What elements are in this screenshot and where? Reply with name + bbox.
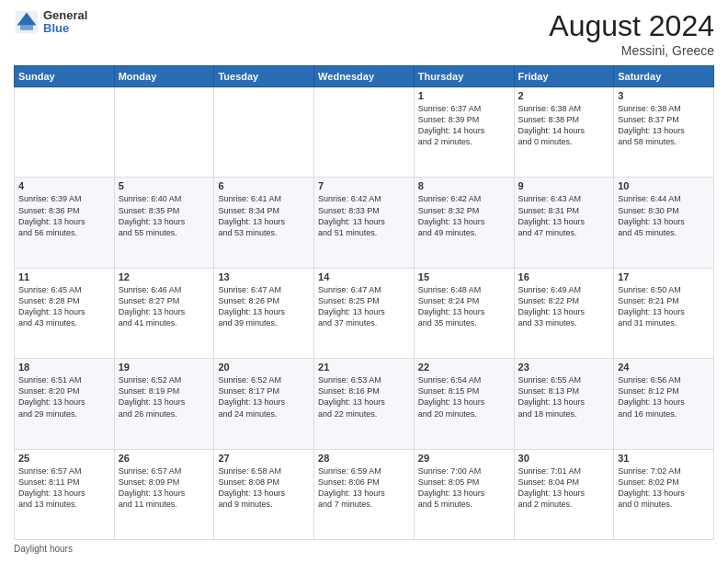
calendar-cell: 3Sunrise: 6:38 AMSunset: 8:37 PMDaylight… [614,87,714,178]
logo-text: General Blue [43,9,87,36]
col-friday: Friday [514,66,614,87]
day-number: 22 [418,362,510,373]
calendar-cell: 30Sunrise: 7:01 AMSunset: 8:04 PMDayligh… [514,449,614,539]
calendar-cell: 5Sunrise: 6:40 AMSunset: 8:35 PMDaylight… [114,178,214,268]
day-number: 19 [119,362,210,373]
day-number: 24 [618,362,710,373]
day-info: Sunrise: 6:58 AMSunset: 8:08 PMDaylight:… [218,465,310,511]
day-number: 11 [18,271,110,282]
day-info: Sunrise: 7:02 AMSunset: 8:02 PMDaylight:… [618,465,710,511]
month-title: August 2024 [549,9,714,43]
day-number: 27 [218,453,310,464]
day-number: 4 [18,180,110,191]
calendar-week-row: 25Sunrise: 6:57 AMSunset: 8:11 PMDayligh… [15,449,714,539]
calendar-cell: 10Sunrise: 6:44 AMSunset: 8:30 PMDayligh… [614,178,714,268]
calendar-cell: 4Sunrise: 6:39 AMSunset: 8:36 PMDaylight… [15,178,115,268]
day-info: Sunrise: 6:44 AMSunset: 8:30 PMDaylight:… [618,193,710,238]
calendar-cell [214,87,314,178]
calendar-cell: 16Sunrise: 6:49 AMSunset: 8:22 PMDayligh… [514,268,614,358]
day-info: Sunrise: 7:00 AMSunset: 8:05 PMDaylight:… [418,465,510,511]
calendar-cell: 29Sunrise: 7:00 AMSunset: 8:05 PMDayligh… [414,449,514,539]
calendar-cell [114,87,214,178]
calendar-cell: 7Sunrise: 6:42 AMSunset: 8:33 PMDaylight… [314,178,415,268]
calendar-cell [15,87,115,178]
calendar-week-row: 18Sunrise: 6:51 AMSunset: 8:20 PMDayligh… [15,359,714,449]
day-info: Sunrise: 6:42 AMSunset: 8:32 PMDaylight:… [418,193,510,238]
day-info: Sunrise: 6:37 AMSunset: 8:39 PMDaylight:… [418,103,510,148]
day-number: 30 [518,453,610,464]
calendar-cell: 21Sunrise: 6:53 AMSunset: 8:16 PMDayligh… [314,359,415,449]
calendar-header-row: Sunday Monday Tuesday Wednesday Thursday… [15,66,714,87]
day-info: Sunrise: 6:57 AMSunset: 8:09 PMDaylight:… [119,465,210,511]
day-number: 14 [318,271,410,282]
footer-note: Daylight hours [14,544,714,554]
day-info: Sunrise: 6:38 AMSunset: 8:38 PMDaylight:… [518,103,610,148]
day-info: Sunrise: 6:39 AMSunset: 8:36 PMDaylight:… [18,193,110,238]
calendar-cell: 31Sunrise: 7:02 AMSunset: 8:02 PMDayligh… [614,449,714,539]
day-number: 18 [18,362,110,373]
location-subtitle: Messini, Greece [549,43,714,58]
day-info: Sunrise: 6:59 AMSunset: 8:06 PMDaylight:… [318,465,410,511]
col-sunday: Sunday [15,66,115,87]
day-info: Sunrise: 6:48 AMSunset: 8:24 PMDaylight:… [418,284,510,329]
day-info: Sunrise: 6:42 AMSunset: 8:33 PMDaylight:… [318,193,410,238]
day-info: Sunrise: 6:52 AMSunset: 8:19 PMDaylight:… [119,374,210,419]
day-info: Sunrise: 6:57 AMSunset: 8:11 PMDaylight:… [18,465,110,511]
day-number: 26 [119,453,210,464]
calendar-cell: 8Sunrise: 6:42 AMSunset: 8:32 PMDaylight… [414,178,514,268]
day-number: 23 [518,362,610,373]
calendar-cell: 19Sunrise: 6:52 AMSunset: 8:19 PMDayligh… [114,359,214,449]
calendar-cell: 27Sunrise: 6:58 AMSunset: 8:08 PMDayligh… [214,449,314,539]
day-number: 16 [518,271,610,282]
day-info: Sunrise: 6:45 AMSunset: 8:28 PMDaylight:… [18,284,110,329]
day-number: 8 [418,180,510,191]
day-info: Sunrise: 6:47 AMSunset: 8:25 PMDaylight:… [318,284,410,329]
day-number: 21 [318,362,410,373]
day-info: Sunrise: 6:52 AMSunset: 8:17 PMDaylight:… [218,374,310,419]
calendar-cell: 20Sunrise: 6:52 AMSunset: 8:17 PMDayligh… [214,359,314,449]
day-number: 12 [119,271,210,282]
day-info: Sunrise: 6:55 AMSunset: 8:13 PMDaylight:… [518,374,610,419]
calendar-cell [314,87,415,178]
day-number: 10 [618,180,710,191]
col-tuesday: Tuesday [214,66,314,87]
day-number: 25 [18,453,110,464]
calendar-week-row: 11Sunrise: 6:45 AMSunset: 8:28 PMDayligh… [15,268,714,358]
day-number: 20 [218,362,310,373]
day-number: 6 [218,180,310,191]
day-info: Sunrise: 6:38 AMSunset: 8:37 PMDaylight:… [618,103,710,148]
calendar-cell: 18Sunrise: 6:51 AMSunset: 8:20 PMDayligh… [15,359,115,449]
calendar-cell: 17Sunrise: 6:50 AMSunset: 8:21 PMDayligh… [614,268,714,358]
day-info: Sunrise: 6:47 AMSunset: 8:26 PMDaylight:… [218,284,310,329]
day-number: 1 [418,90,510,101]
day-info: Sunrise: 6:40 AMSunset: 8:35 PMDaylight:… [119,193,210,238]
day-info: Sunrise: 6:56 AMSunset: 8:12 PMDaylight:… [618,374,710,419]
calendar-cell: 1Sunrise: 6:37 AMSunset: 8:39 PMDaylight… [414,87,514,178]
day-info: Sunrise: 6:54 AMSunset: 8:15 PMDaylight:… [418,374,510,419]
svg-rect-2 [20,26,33,30]
calendar-week-row: 4Sunrise: 6:39 AMSunset: 8:36 PMDaylight… [15,178,714,268]
calendar-cell: 23Sunrise: 6:55 AMSunset: 8:13 PMDayligh… [514,359,614,449]
day-number: 15 [418,271,510,282]
day-number: 3 [618,90,710,101]
day-number: 29 [418,453,510,464]
logo-blue: Blue [43,22,87,35]
day-number: 28 [318,453,410,464]
calendar-cell: 24Sunrise: 6:56 AMSunset: 8:12 PMDayligh… [614,359,714,449]
day-number: 9 [518,180,610,191]
col-wednesday: Wednesday [314,66,415,87]
day-number: 31 [618,453,710,464]
col-thursday: Thursday [414,66,514,87]
calendar-cell: 25Sunrise: 6:57 AMSunset: 8:11 PMDayligh… [15,449,115,539]
calendar-cell: 2Sunrise: 6:38 AMSunset: 8:38 PMDaylight… [514,87,614,178]
day-info: Sunrise: 6:41 AMSunset: 8:34 PMDaylight:… [218,193,310,238]
col-monday: Monday [114,66,214,87]
calendar-cell: 22Sunrise: 6:54 AMSunset: 8:15 PMDayligh… [414,359,514,449]
day-number: 2 [518,90,610,101]
calendar-week-row: 1Sunrise: 6:37 AMSunset: 8:39 PMDaylight… [15,87,714,178]
calendar-cell: 6Sunrise: 6:41 AMSunset: 8:34 PMDaylight… [214,178,314,268]
page: General Blue August 2024 Messini, Greece… [0,0,728,563]
day-info: Sunrise: 7:01 AMSunset: 8:04 PMDaylight:… [518,465,610,511]
header: General Blue August 2024 Messini, Greece [14,9,714,58]
title-block: August 2024 Messini, Greece [549,9,714,58]
